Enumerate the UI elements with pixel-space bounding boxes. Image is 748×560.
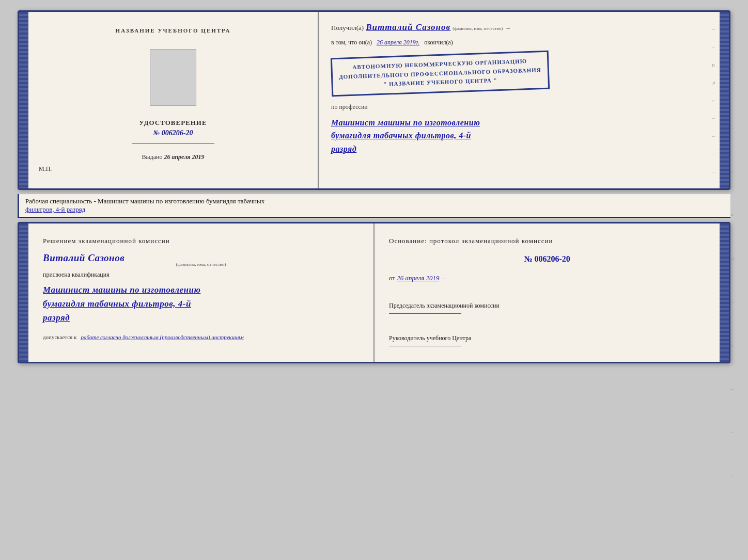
chairman-signature-line — [389, 313, 461, 314]
mp-label: М.П. — [39, 165, 52, 173]
bottom-right-page: Основание: протокол экзаменационной коми… — [375, 223, 720, 362]
certificate-title: УДОСТОВЕРЕНИЕ — [139, 119, 207, 127]
issued-line: Выдано 26 апреля 2019 — [142, 153, 205, 161]
profession-text: Машинист машины по изготовлению бумагидл… — [331, 116, 707, 156]
profession-line3: разряд — [331, 142, 707, 156]
director-block: Руководитель учебного Центра — [389, 327, 705, 349]
stamp-block: АВТОНОМНУЮ НЕКОММЕРЧЕСКУЮ ОРГАНИЗАЦИЮ ДО… — [331, 51, 550, 97]
basis-header: Основание: протокол экзаменационной коми… — [389, 236, 705, 246]
issued-date: 26 апреля 2019 — [164, 153, 204, 161]
fio-label-top: (фамилия, имя, отчество) — [453, 26, 503, 31]
person-name-block: Виталий Сазонов (фамилия, имя, отчество) — [43, 252, 359, 267]
admits-handwritten: работе согласно должностным (производств… — [81, 334, 244, 340]
chairman-label: Председатель экзаменационной комиссии — [389, 301, 705, 310]
profession-line1: Машинист машины по изготовлению — [331, 116, 707, 130]
assigned-label: присвоена квалификация — [43, 271, 359, 279]
profession-label: по профессии — [331, 103, 707, 111]
caption-text-underline: фильтров, 4-й разряд — [25, 205, 85, 213]
top-booklet: НАЗВАНИЕ УЧЕБНОГО ЦЕНТРА УДОСТОВЕРЕНИЕ №… — [18, 10, 730, 190]
bottom-date-value: 26 апреля 2019 — [397, 274, 439, 282]
recipient-name: Витталий Сазонов — [366, 22, 450, 33]
bottom-right-edge-deco: – – – – и ,а ← – – – – – — [730, 0, 736, 560]
admits-prefix: допускается к — [43, 334, 76, 340]
commission-header: Решением экзаменационной комиссии — [43, 236, 359, 246]
director-label: Руководитель учебного Центра — [389, 333, 705, 343]
issued-label: Выдано — [142, 153, 163, 161]
main-text-top: в том, что он(а) 26 апреля 2019г. окончи… — [331, 38, 707, 47]
bottom-profession: Машинист машины по изготовлению бумагидл… — [43, 283, 359, 325]
bottom-profession-line3: разряд — [43, 311, 359, 325]
bottom-date-field: от 26 апреля 2019 – — [389, 274, 705, 282]
profession-line2: бумагидля табачных фильтров, 4-й — [331, 129, 707, 142]
bottom-number: № 006206-20 — [389, 254, 705, 264]
training-center-header: НАЗВАНИЕ УЧЕБНОГО ЦЕНТРА — [116, 27, 231, 34]
top-left-page: НАЗВАНИЕ УЧЕБНОГО ЦЕНТРА УДОСТОВЕРЕНИЕ №… — [28, 12, 319, 188]
in-that-prefix: в том, что он(а) — [331, 39, 372, 46]
caption-text-prefix: Рабочая специальность - Машинист машины … — [25, 197, 264, 205]
bottom-left-page: Решением экзаменационной комиссии Витали… — [28, 223, 375, 362]
document-container: НАЗВАНИЕ УЧЕБНОГО ЦЕНТРА УДОСТОВЕРЕНИЕ №… — [18, 10, 730, 363]
director-signature-line — [389, 346, 461, 346]
certificate-number: № 006206-20 — [153, 129, 193, 137]
date-prefix: от — [389, 274, 395, 282]
booklet-spine-right — [720, 12, 729, 188]
recipient-line: Получил(а) Витталий Сазонов (фамилия, им… — [331, 22, 707, 33]
divider-line — [132, 143, 214, 144]
bottom-profession-line1: Машинист машины по изготовлению — [43, 283, 359, 297]
bottom-profession-line2: бумагидля табачных фильтров, 4-й — [43, 297, 359, 311]
chairman-block: Председатель экзаменационной комиссии — [389, 295, 705, 317]
received-prefix: Получил(а) — [331, 24, 364, 32]
top-right-page: Получил(а) Витталий Сазонов (фамилия, им… — [319, 12, 720, 188]
finished-label: окончил(а) — [424, 39, 453, 46]
photo-placeholder — [150, 49, 196, 106]
right-edge-deco: – – и ,а ← – – – – — [708, 12, 719, 188]
top-date-value: 26 апреля 2019г. — [377, 39, 419, 46]
bottom-spine-right — [720, 223, 729, 362]
booklet-spine-left — [19, 12, 28, 188]
admits-block: допускается к работе согласно должностны… — [43, 334, 359, 340]
bottom-booklet: Решением экзаменационной комиссии Витали… — [18, 222, 730, 363]
caption-bar: Рабочая специальность - Машинист машины … — [18, 194, 730, 218]
bottom-spine-left — [19, 223, 28, 362]
